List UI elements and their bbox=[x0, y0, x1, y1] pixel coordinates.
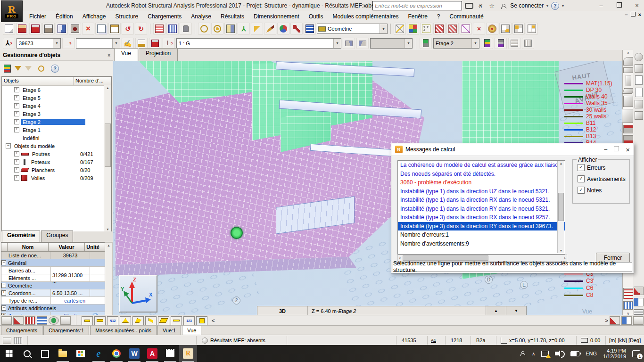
chrome-button[interactable] bbox=[107, 345, 125, 362]
dialog-maximize-button[interactable] bbox=[614, 146, 619, 153]
case-next-icon[interactable] bbox=[356, 38, 369, 49]
copy-icon[interactable] bbox=[95, 23, 107, 35]
start-button[interactable] bbox=[0, 345, 18, 362]
binoculars-icon[interactable] bbox=[465, 1, 473, 10]
menu-dimensionnement[interactable]: Dimensionnement bbox=[249, 12, 304, 21]
people-icon[interactable] bbox=[520, 351, 526, 356]
menu-structure[interactable]: Structure bbox=[111, 12, 143, 21]
prop-elements[interactable]: Eléments ... 31299 31300 ... bbox=[1, 274, 106, 282]
tree-item-etage-1[interactable]: + Etage 1 bbox=[2, 126, 111, 134]
status-tool-icon[interactable] bbox=[14, 337, 22, 344]
help-icon[interactable]: ? bbox=[551, 2, 559, 10]
node-selector-dropdown-icon[interactable]: ▾ bbox=[53, 39, 60, 48]
node-selection-icon[interactable]: ⅄? bbox=[3, 38, 15, 49]
column-nombre[interactable]: Nombre d'... bbox=[74, 77, 111, 85]
word-button[interactable]: W bbox=[125, 345, 143, 362]
message-row[interactable]: 3060 - problème d'exécution bbox=[398, 178, 565, 187]
display-options-icon[interactable] bbox=[304, 23, 316, 35]
battery-icon[interactable] bbox=[570, 351, 579, 356]
bar-selection-icon[interactable]: _? bbox=[62, 38, 74, 49]
paste-icon[interactable] bbox=[108, 23, 121, 35]
tab-vue-1[interactable]: Vue:1 bbox=[157, 326, 181, 335]
view-manager-icon[interactable] bbox=[610, 316, 620, 325]
sections-shape-display-icon[interactable] bbox=[132, 316, 144, 325]
signin-label[interactable]: Se connecter bbox=[510, 2, 544, 9]
support-tool-icon[interactable] bbox=[623, 125, 633, 133]
bar-numbers-display-icon[interactable] bbox=[94, 316, 106, 325]
message-row[interactable]: Nombre d'erreurs:1 bbox=[398, 230, 565, 239]
zoom-window-icon[interactable] bbox=[198, 23, 210, 35]
network-warning-icon[interactable] bbox=[541, 351, 549, 357]
column-objets[interactable]: Objets bbox=[2, 77, 74, 85]
view-mode[interactable]: 3D bbox=[257, 306, 308, 315]
bar-selector-dropdown-icon[interactable]: ▾ bbox=[112, 39, 120, 48]
mdi-restore-button[interactable] bbox=[631, 12, 636, 17]
expand-icon[interactable]: + bbox=[14, 103, 19, 108]
header-valeur[interactable]: Valeur bbox=[49, 243, 85, 251]
pan-view-icon[interactable] bbox=[635, 53, 643, 61]
panel-tool-icon[interactable] bbox=[49, 316, 59, 325]
prop-liste-noeuds[interactable]: Liste de noe... 39673 bbox=[1, 252, 106, 259]
zoom-all-icon[interactable] bbox=[211, 23, 223, 35]
panel-tool-icon[interactable] bbox=[60, 316, 71, 325]
resize-view-icon[interactable] bbox=[635, 64, 643, 73]
prop-coordonnees[interactable]: + Coordonn... 6.50 13.50 ... bbox=[1, 289, 106, 297]
prop-type-repere[interactable]: Type de re... cartésien bbox=[1, 297, 106, 304]
message-row-selected[interactable]: Instabilité (type 3) dans la direction R… bbox=[398, 222, 565, 231]
node-numbers-display-icon[interactable] bbox=[82, 316, 93, 325]
panel-tool-icon[interactable] bbox=[1, 316, 12, 325]
undo-icon[interactable]: ↺ bbox=[122, 23, 134, 35]
edge-button[interactable]: e bbox=[90, 345, 107, 362]
layout-window-2-icon[interactable] bbox=[512, 23, 525, 35]
group-attributs-additionnels[interactable]: − Attributs additionnels bbox=[1, 304, 106, 312]
load-case-selector[interactable]: 1 : G ▾ bbox=[176, 38, 341, 49]
copy-view-icon[interactable] bbox=[635, 75, 643, 85]
axis-numbering-icon[interactable] bbox=[623, 57, 633, 66]
favorites-star-icon[interactable]: ☆ bbox=[487, 1, 496, 10]
toolbar-scroll-up-icon[interactable]: ∧ bbox=[627, 51, 630, 55]
layout-selector[interactable]: Géométrie ▾ bbox=[317, 24, 388, 34]
save-icon[interactable] bbox=[29, 23, 41, 35]
expand-icon[interactable]: + bbox=[14, 95, 19, 100]
menu-chargements[interactable]: Chargements bbox=[143, 12, 186, 21]
tree-item-indefini[interactable]: Indéfini bbox=[2, 134, 111, 142]
menu-affichage[interactable]: Affichage bbox=[78, 12, 111, 21]
open-project-icon[interactable] bbox=[16, 23, 28, 35]
layout-selector-dropdown-icon[interactable]: ▾ bbox=[380, 24, 387, 33]
expand-icon[interactable]: + bbox=[14, 127, 19, 132]
tab-geometrie[interactable]: Géométrie bbox=[2, 230, 40, 242]
video-app-button[interactable] bbox=[161, 345, 179, 362]
dialog-minimize-button[interactable]: – bbox=[604, 146, 608, 153]
calculation-options-icon[interactable] bbox=[166, 23, 179, 35]
menu-resultats[interactable]: Résultats bbox=[216, 12, 249, 21]
menu-fenetre[interactable]: Fenêtre bbox=[403, 12, 432, 21]
menu-aide[interactable]: ? bbox=[432, 12, 445, 21]
panel-tool-icon[interactable] bbox=[25, 316, 35, 325]
menu-analyse[interactable]: Analyse bbox=[186, 12, 216, 21]
zoom-previous-icon[interactable] bbox=[224, 23, 237, 35]
microsoft-store-button[interactable] bbox=[72, 345, 90, 362]
message-row[interactable]: Instabilité (type 1) dans la direction R… bbox=[398, 196, 565, 205]
scroll-up-icon[interactable]: ▲ bbox=[106, 85, 109, 90]
screen-split-icon[interactable] bbox=[634, 298, 644, 306]
tree-item-etage-2[interactable]: + Etage 2 bbox=[2, 118, 111, 126]
autocad-button[interactable]: A bbox=[143, 345, 161, 362]
opening-tool-icon[interactable] bbox=[622, 109, 635, 123]
panel-tool-icon[interactable] bbox=[37, 316, 47, 325]
status-mef[interactable]: Résultats MEF: absents bbox=[202, 335, 265, 346]
node-selector[interactable]: 39673 ▾ bbox=[17, 38, 61, 49]
calculation-messages-list[interactable]: La cohérence du modèle de calcul est ass… bbox=[397, 160, 565, 255]
close-view-icon[interactable] bbox=[634, 287, 644, 295]
notification-center-icon[interactable]: 1 bbox=[632, 350, 640, 357]
screen-capture-icon[interactable] bbox=[69, 23, 81, 35]
expand-icon[interactable]: + bbox=[14, 111, 19, 116]
search-input[interactable] bbox=[372, 1, 462, 10]
sheet-view-icon[interactable] bbox=[635, 88, 643, 97]
delete-icon[interactable]: × bbox=[82, 23, 94, 35]
tree-item-poteaux[interactable]: + Poteaux 0/167 bbox=[2, 158, 111, 166]
language-indicator[interactable]: ENG bbox=[586, 351, 597, 356]
tree-scrollbar[interactable]: ▲ ▼ bbox=[104, 85, 111, 232]
scroll-left-icon[interactable]: < bbox=[399, 256, 401, 260]
tree-item-objets-du-modele[interactable]: − Objets du modèle bbox=[2, 142, 111, 150]
selected-node-marker[interactable] bbox=[231, 227, 243, 239]
